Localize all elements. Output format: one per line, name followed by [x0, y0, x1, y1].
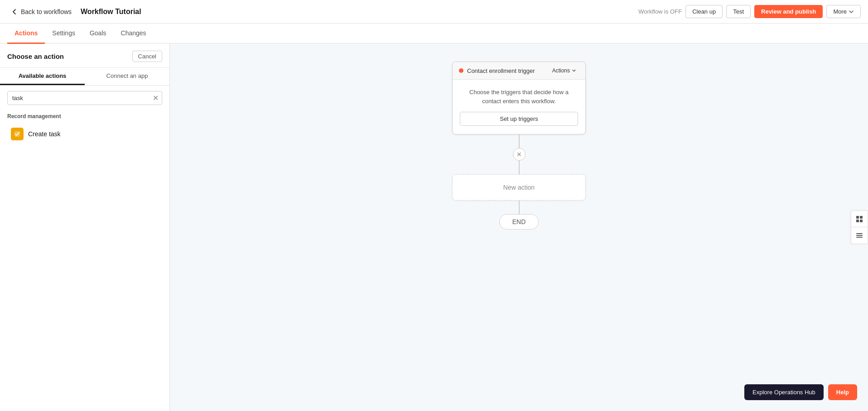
- subtab-available-actions[interactable]: Available actions: [0, 68, 85, 85]
- canvas-area: Contact enrollment trigger Actions Choos…: [170, 43, 868, 411]
- svg-rect-1: [856, 216, 859, 219]
- grid-icon: [855, 215, 863, 223]
- trigger-actions-button[interactable]: Actions: [550, 67, 579, 75]
- close-circle-button[interactable]: ✕: [513, 148, 526, 161]
- bottom-right-buttons: Explore Operations Hub Help: [744, 384, 857, 400]
- search-clear-button[interactable]: ✕: [153, 95, 159, 102]
- new-action-card[interactable]: New action: [452, 174, 586, 201]
- clean-up-button[interactable]: Clean up: [685, 5, 723, 18]
- mini-toolbar-list-button[interactable]: [851, 227, 868, 244]
- mini-toolbar-grid-button[interactable]: [851, 211, 868, 227]
- search-input[interactable]: [7, 91, 162, 105]
- set-triggers-button[interactable]: Set up triggers: [460, 112, 578, 126]
- trigger-body: Choose the triggers that decide how a co…: [453, 80, 585, 134]
- list-icon: [855, 231, 863, 239]
- workflow-status: Workflow is OFF: [638, 8, 682, 15]
- search-wrapper: ✕: [0, 86, 169, 110]
- top-bar-left: Back to workflows Workflow Tutorial: [7, 6, 141, 17]
- task-icon-svg: [14, 130, 21, 138]
- connector-line-1: [519, 134, 520, 148]
- top-bar: Back to workflows Workflow Tutorial Work…: [0, 0, 868, 24]
- end-node: END: [499, 214, 539, 229]
- trigger-dot: [459, 68, 463, 73]
- trigger-body-text: Choose the triggers that decide how a co…: [460, 88, 578, 105]
- sidebar-subtabs: Available actions Connect an app: [0, 68, 169, 86]
- main-content: Choose an action Cancel Available action…: [0, 43, 868, 411]
- canvas: Contact enrollment trigger Actions Choos…: [170, 43, 868, 411]
- new-action-label: New action: [503, 184, 535, 191]
- svg-rect-5: [856, 233, 863, 234]
- top-bar-right: Workflow is OFF Clean up Test Review and…: [638, 5, 861, 18]
- more-button[interactable]: More: [826, 5, 861, 18]
- chevron-down-small-icon: [572, 68, 576, 73]
- svg-rect-3: [856, 220, 859, 222]
- svg-rect-4: [860, 220, 863, 222]
- review-publish-button[interactable]: Review and publish: [754, 5, 823, 18]
- test-button[interactable]: Test: [726, 5, 751, 18]
- tab-goals[interactable]: Goals: [82, 24, 114, 44]
- end-label: END: [512, 218, 526, 225]
- sidebar: Choose an action Cancel Available action…: [0, 43, 170, 411]
- sidebar-title: Choose an action: [7, 53, 64, 60]
- action-item-create-task[interactable]: Create task: [4, 123, 166, 145]
- tab-actions[interactable]: Actions: [7, 24, 45, 44]
- back-arrow-icon: [11, 8, 18, 15]
- back-to-workflows-button[interactable]: Back to workflows: [7, 6, 75, 17]
- chevron-down-icon: [849, 9, 854, 14]
- cancel-button[interactable]: Cancel: [132, 51, 162, 62]
- trigger-card: Contact enrollment trigger Actions Choos…: [452, 62, 586, 134]
- sidebar-header: Choose an action Cancel: [0, 43, 169, 68]
- task-icon: [11, 128, 24, 140]
- trigger-title: Contact enrollment trigger: [467, 67, 535, 74]
- tab-changes[interactable]: Changes: [114, 24, 154, 44]
- svg-rect-6: [856, 235, 863, 236]
- connector-line-3: [519, 201, 520, 214]
- nav-tabs: Actions Settings Goals Changes: [0, 24, 868, 43]
- side-mini-toolbar: [851, 210, 868, 244]
- workflow-title: Workflow Tutorial: [81, 8, 141, 16]
- subtab-connect-app[interactable]: Connect an app: [85, 68, 169, 85]
- tab-settings[interactable]: Settings: [45, 24, 82, 44]
- back-label: Back to workflows: [21, 8, 72, 15]
- connector-line-2: [519, 161, 520, 174]
- section-record-management-label: Record management: [0, 110, 169, 122]
- trigger-header: Contact enrollment trigger Actions: [453, 62, 585, 80]
- svg-rect-7: [856, 237, 863, 238]
- help-button[interactable]: Help: [828, 384, 857, 400]
- explore-operations-hub-button[interactable]: Explore Operations Hub: [744, 384, 824, 400]
- create-task-label: Create task: [28, 130, 61, 138]
- trigger-label: Contact enrollment trigger: [459, 67, 535, 74]
- svg-rect-2: [860, 216, 863, 219]
